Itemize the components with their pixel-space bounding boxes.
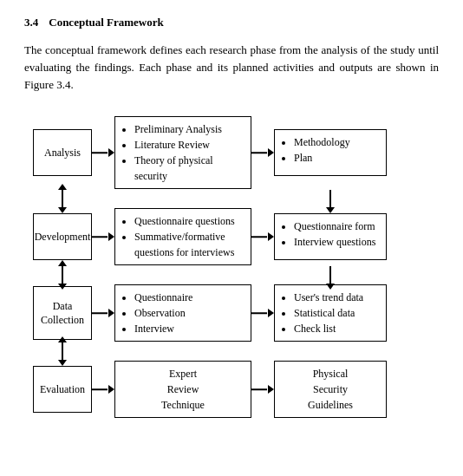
diagram-row-analysis: Analysis Preliminary Analysis Literature…: [33, 116, 439, 189]
right-item: User's trend data: [294, 290, 363, 305]
diagram-row-datacollection: DataCollection Questionnaire Observation…: [33, 284, 439, 342]
vert-arrow-right-1: [274, 189, 387, 208]
left-box-development: Development: [33, 213, 92, 260]
section-title: Conceptual Framework: [49, 16, 164, 29]
middle-text-evaluation: ExpertReviewTechnique: [161, 366, 205, 413]
double-arrow-1: [62, 190, 63, 207]
vert-arrow-left-3: [33, 342, 92, 361]
right-box-datacollection: User's trend data Statistical data Check…: [274, 284, 387, 342]
middle-item: Observation: [134, 305, 192, 321]
right-box-development: Questionnaire form Interview questions: [274, 213, 387, 260]
middle-item: Questionnaire: [134, 290, 192, 305]
left-box-datacollection: DataCollection: [33, 286, 92, 340]
left-box-analysis: Analysis: [33, 129, 92, 176]
middle-box-development: Questionnaire questions Summative/format…: [114, 208, 251, 265]
right-down-arrow-1: [329, 190, 331, 207]
middle-item: Preliminary Analysis: [134, 121, 244, 137]
middle-item: Summative/formative questions for interv…: [134, 229, 244, 260]
vert-arrow-left-1: [33, 189, 92, 208]
right-item: Methodology: [294, 134, 350, 150]
right-item: Check list: [294, 321, 363, 336]
middle-item: Theory of physical security: [134, 153, 244, 184]
right-item: Statistical data: [294, 305, 363, 321]
vert-arrows-2-3: [33, 265, 439, 284]
right-item: Questionnaire form: [294, 218, 375, 234]
right-box-analysis: Methodology Plan: [274, 129, 387, 176]
vert-arrow-left-2: [33, 265, 92, 284]
middle-box-evaluation: ExpertReviewTechnique: [114, 361, 251, 418]
double-arrow-3: [62, 342, 63, 360]
right-down-arrow-2: [329, 266, 331, 284]
right-item: Interview questions: [294, 234, 375, 250]
section-header: 3.4 Conceptual Framework: [24, 16, 439, 29]
vert-arrow-right-2: [274, 265, 387, 284]
right-box-evaluation: PhysicalSecurityGuidelines: [274, 361, 387, 418]
middle-item: Literature Review: [134, 137, 244, 153]
middle-box-analysis: Preliminary Analysis Literature Review T…: [114, 116, 251, 189]
left-box-evaluation: Evaluation: [33, 366, 92, 413]
double-arrow-2: [62, 266, 63, 284]
diagram-row-development: Development Questionnaire questions Summ…: [33, 208, 439, 265]
diagram-row-evaluation: Evaluation ExpertReviewTechnique Physica…: [33, 361, 439, 418]
right-item: Plan: [294, 150, 350, 166]
conceptual-framework-diagram: Analysis Preliminary Analysis Literature…: [24, 113, 439, 418]
vert-arrows-1-2: [33, 189, 439, 208]
section-number: 3.4: [24, 16, 38, 29]
middle-item: Interview: [134, 321, 192, 336]
body-text: The conceptual framework defines each re…: [24, 42, 439, 94]
middle-item: Questionnaire questions: [134, 213, 244, 229]
vert-arrows-3-4: [33, 342, 439, 361]
right-text-evaluation: PhysicalSecurityGuidelines: [308, 366, 353, 413]
middle-box-datacollection: Questionnaire Observation Interview: [114, 284, 251, 342]
